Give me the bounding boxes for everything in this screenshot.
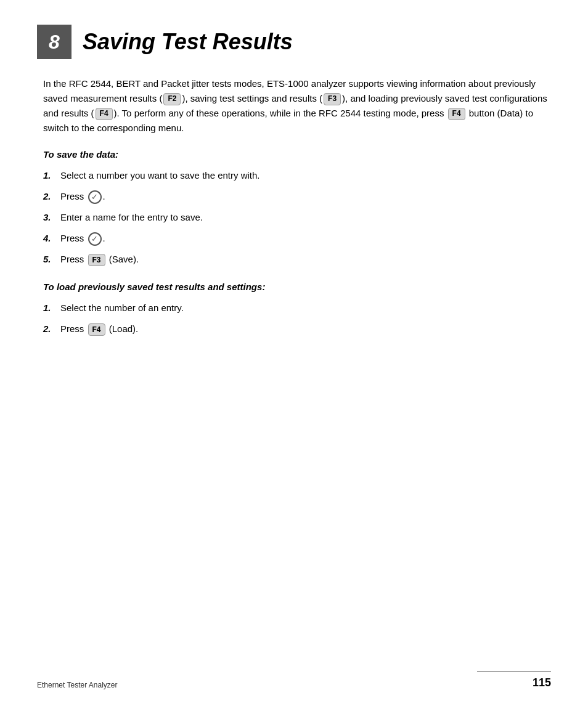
load-section-heading: To load previously saved test results an… — [43, 282, 551, 292]
step-number-4: 4. — [43, 231, 60, 246]
intro-paragraph: In the RFC 2544, BERT and Packet jitter … — [43, 76, 551, 136]
chapter-header: 8 Saving Test Results — [37, 25, 551, 59]
save-step-3: 3. Enter a name for the entry to save. — [43, 210, 551, 225]
step-text-4: Press ✓. — [60, 231, 551, 246]
save-step-5: 5. Press F3 (Save). — [43, 252, 551, 267]
load-step-text-1: Select the number of an entry. — [60, 301, 551, 315]
step-number-3: 3. — [43, 210, 60, 225]
footer-line — [477, 671, 551, 672]
chapter-title: Saving Test Results — [71, 29, 293, 55]
checkmark-icon-2: ✓ — [88, 232, 102, 246]
footer-page-number: 115 — [533, 676, 551, 689]
page-container: 8 Saving Test Results In the RFC 2544, B… — [0, 0, 588, 714]
load-step-1: 1. Select the number of an entry. — [43, 301, 551, 315]
load-steps-list: 1. Select the number of an entry. 2. Pre… — [43, 301, 551, 336]
key-f4-intro: F4 — [96, 108, 113, 120]
chapter-number: 8 — [37, 25, 71, 59]
step-number-2: 2. — [43, 189, 60, 204]
save-steps-list: 1. Select a number you want to save the … — [43, 168, 551, 267]
step-text-2: Press ✓. — [60, 189, 551, 204]
key-f4-load: F4 — [88, 323, 105, 336]
key-f3-intro: F3 — [324, 93, 341, 105]
step-text-3: Enter a name for the entry to save. — [60, 210, 551, 225]
step-number-1: 1. — [43, 168, 60, 183]
save-section-heading: To save the data: — [43, 149, 551, 160]
checkmark-icon-1: ✓ — [88, 190, 102, 204]
key-f3-save: F3 — [88, 254, 105, 266]
key-f4-data: F4 — [448, 108, 465, 120]
content-area: In the RFC 2544, BERT and Packet jitter … — [37, 76, 551, 336]
footer: Ethernet Tester Analyzer 115 — [37, 676, 551, 689]
load-step-text-2: Press F4 (Load). — [60, 322, 551, 336]
key-f2: F2 — [163, 93, 181, 105]
save-step-1: 1. Select a number you want to save the … — [43, 168, 551, 183]
step-text-5: Press F3 (Save). — [60, 252, 551, 267]
save-step-2: 2. Press ✓. — [43, 189, 551, 204]
step-number-5: 5. — [43, 252, 60, 267]
step-text-1: Select a number you want to save the ent… — [60, 168, 551, 183]
save-step-4: 4. Press ✓. — [43, 231, 551, 246]
load-step-number-2: 2. — [43, 322, 60, 336]
footer-left-text: Ethernet Tester Analyzer — [37, 681, 118, 689]
load-step-number-1: 1. — [43, 301, 60, 315]
load-step-2: 2. Press F4 (Load). — [43, 322, 551, 336]
